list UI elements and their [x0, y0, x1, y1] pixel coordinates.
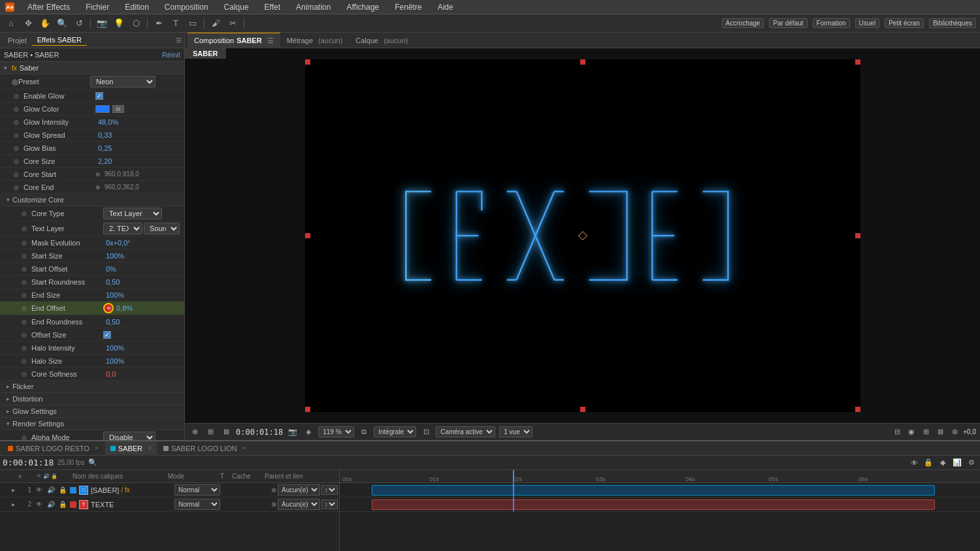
layer-2-parent-type-select[interactable]: ↕	[321, 499, 338, 509]
ctrl-prev-frame[interactable]: ⊞	[204, 426, 216, 438]
tool-camera[interactable]: 📷	[95, 16, 109, 31]
layer-2-vis-btn[interactable]: 👁	[34, 499, 44, 510]
halo-intensity-value[interactable]: 100%	[106, 344, 124, 352]
menu-animation[interactable]: Animation	[293, 1, 333, 13]
fx-section-saber[interactable]: fx Saber	[0, 62, 184, 74]
tab-composition-saber[interactable]: Composition SABER ☰	[188, 33, 280, 48]
layer-row-2[interactable]: ▸ 2 👁 🔊 🔒 T TEXTE Normal ⊗	[0, 497, 339, 512]
ctrl-render-queue-icon[interactable]: ⊟	[891, 426, 903, 438]
ctrl-render-icon[interactable]: ⊡	[420, 426, 432, 438]
ctrl-camera-icon[interactable]: 📷	[287, 426, 299, 438]
ctrl-preview-icon[interactable]: ◉	[906, 426, 917, 438]
glow-settings-header[interactable]: Glow Settings	[0, 405, 184, 418]
timeline-tab-saber-logo-lion[interactable]: SABER LOGO LION ×	[158, 441, 252, 456]
playhead[interactable]	[513, 470, 514, 482]
tl-zoom-icon[interactable]: 🔍	[87, 457, 99, 469]
glow-spread-value[interactable]: 0,33	[98, 131, 112, 139]
menu-edition[interactable]: Edition	[122, 1, 152, 13]
menu-after-effects[interactable]: After Effects	[25, 1, 73, 13]
end-size-value[interactable]: 100%	[106, 291, 124, 299]
start-size-value[interactable]: 100%	[106, 252, 124, 260]
layer-2-parent-link-icon[interactable]: ⊗	[271, 501, 276, 508]
quality-select[interactable]: Intégrale	[374, 426, 416, 437]
track-1-clip[interactable]	[372, 485, 935, 496]
layer-1-mode-select[interactable]: Normal	[174, 484, 220, 496]
track-2-clip[interactable]	[372, 499, 935, 510]
layer-1-lock-btn[interactable]: 🔒	[57, 485, 68, 496]
halo-size-value[interactable]: 100%	[106, 357, 124, 365]
core-start-value[interactable]: 960,0,918,0	[105, 170, 139, 178]
timeline-tab-saber-logo-resto[interactable]: SABER LOGO RESTO ×	[3, 441, 104, 456]
tab-close-0[interactable]: ×	[95, 445, 99, 452]
preset-select[interactable]: Neon	[90, 76, 155, 87]
layer-1-expand-arrow[interactable]: ▸	[8, 485, 18, 496]
workspace-usuel[interactable]: Usuel	[855, 18, 880, 28]
menu-affichage[interactable]: Affichage	[344, 1, 382, 13]
text-layer-source-select[interactable]: Source	[144, 223, 180, 234]
offset-size-checkbox[interactable]	[103, 331, 111, 339]
tool-shape[interactable]: ▭	[186, 16, 200, 31]
layer-1-audio-btn[interactable]: 🔊	[46, 485, 56, 496]
tool-light[interactable]: 💡	[112, 16, 126, 31]
menu-aide[interactable]: Aide	[435, 1, 456, 13]
tab-metrage[interactable]: Métrage (aucun)	[280, 33, 350, 48]
glow-intensity-value[interactable]: 48,0%	[98, 118, 118, 126]
menu-fichier[interactable]: Fichier	[83, 1, 112, 13]
workspace-petit-ecran[interactable]: Petit écran	[885, 18, 924, 28]
customize-core-header[interactable]: Customize Core	[0, 194, 184, 206]
menu-fenetre[interactable]: Fenêtre	[392, 1, 424, 13]
tab-calque[interactable]: Calque (aucun)	[349, 33, 414, 48]
tool-paint[interactable]: 🖌	[208, 16, 223, 31]
timeline-tab-saber[interactable]: SABER ×	[105, 441, 157, 456]
flicker-header[interactable]: Flicker	[0, 381, 184, 393]
layer-1-parent-link-icon[interactable]: ⊗	[271, 486, 276, 494]
layer-2-lock-btn[interactable]: 🔒	[57, 499, 68, 510]
layer-row-1[interactable]: ▸ 1 👁 🔊 🔒 □ [SABER] / fx Normal	[0, 483, 339, 497]
ctrl-3d-icon[interactable]: ⊛	[949, 426, 960, 438]
workspace-accrochage[interactable]: Accrochage	[722, 18, 764, 28]
menu-composition[interactable]: Composition	[162, 1, 211, 13]
tool-hand[interactable]: ✋	[38, 16, 52, 31]
core-softness-value[interactable]: 0,0	[106, 370, 116, 378]
menu-effet[interactable]: Effet	[262, 1, 283, 13]
text-layer-select[interactable]: 2. TEXT	[103, 223, 142, 234]
ctrl-grid-icon[interactable]: ⊞	[920, 426, 932, 438]
tool-rotate[interactable]: ↺	[72, 16, 86, 31]
distortion-header[interactable]: Distortion	[0, 393, 184, 405]
tool-pen[interactable]: ✒	[152, 16, 166, 31]
layer-1-parent-type-select[interactable]: ↕	[321, 485, 338, 495]
tl-add-marker[interactable]: ◆	[937, 457, 949, 469]
tool-zoom[interactable]: 🔍	[55, 16, 69, 31]
enable-glow-checkbox[interactable]	[95, 92, 103, 100]
tl-toggle-all-vis[interactable]: 👁	[908, 457, 920, 469]
tab-projet[interactable]: Projet	[3, 35, 32, 46]
zoom-select[interactable]: 119 %	[318, 426, 354, 437]
layer-1-vis-btn[interactable]: 👁	[34, 485, 44, 496]
panel-close-btn[interactable]: ☰	[176, 37, 182, 44]
glow-color-edit-btn[interactable]: ▤	[112, 105, 124, 113]
layer-2-mode-select[interactable]: Normal	[174, 499, 220, 510]
core-type-select[interactable]: Text Layer	[103, 208, 162, 219]
layer-2-audio-btn[interactable]: 🔊	[46, 499, 56, 510]
mask-evolution-value[interactable]: 0x+0,0°	[106, 239, 131, 247]
ctrl-snap-icon[interactable]: ◈	[302, 426, 314, 438]
layer-2-parent-select[interactable]: Aucun(e)	[278, 499, 320, 510]
tool-move[interactable]: ✥	[21, 16, 35, 31]
tl-lock-all[interactable]: 🔒	[923, 457, 934, 469]
core-size-value[interactable]: 2,20	[98, 157, 112, 165]
workspace-formation[interactable]: Formation	[813, 18, 850, 28]
ctrl-play-btn[interactable]: ⊕	[189, 426, 201, 438]
ctrl-next-frame[interactable]: ⊠	[220, 426, 232, 438]
ctrl-resize-icon[interactable]: ⧉	[358, 426, 370, 438]
end-roundness-value[interactable]: 0,50	[106, 318, 120, 326]
tool-home[interactable]: ⌂	[4, 16, 18, 31]
tool-clone[interactable]: ✂	[225, 16, 240, 31]
tl-chart-icon[interactable]: 📊	[951, 457, 963, 469]
camera-select[interactable]: Caméra active	[436, 426, 495, 437]
core-end-value[interactable]: 960,0,362,0	[105, 183, 139, 191]
render-settings-header[interactable]: Render Settings	[0, 418, 184, 430]
ctrl-mask-icon[interactable]: ⊠	[934, 426, 946, 438]
tool-null[interactable]: ⬡	[129, 16, 143, 31]
tool-text[interactable]: T	[169, 16, 183, 31]
comp-tab-menu-icon[interactable]: ☰	[267, 37, 274, 45]
